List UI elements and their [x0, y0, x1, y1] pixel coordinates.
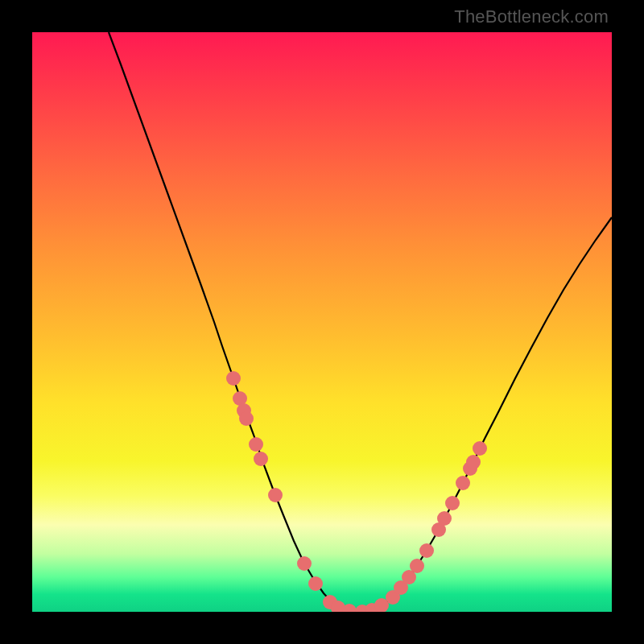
data-dot: [226, 371, 241, 386]
plot-area: [32, 32, 612, 612]
data-dots: [226, 371, 487, 612]
data-dot: [249, 437, 263, 452]
data-dot: [445, 496, 460, 510]
bottleneck-curve: [109, 32, 612, 612]
data-dot: [254, 452, 268, 466]
chart-frame: TheBottleneck.com: [0, 0, 644, 644]
data-dot: [239, 411, 254, 426]
data-dot: [437, 511, 452, 526]
data-dot: [419, 543, 434, 558]
chart-svg: [32, 32, 612, 612]
data-dot: [268, 488, 283, 502]
data-dot: [466, 455, 481, 469]
data-dot: [308, 576, 323, 591]
watermark-text: TheBottleneck.com: [454, 6, 609, 27]
data-dot: [456, 476, 470, 490]
data-dot: [410, 559, 424, 573]
data-dot: [297, 556, 312, 571]
data-dot: [473, 441, 487, 456]
